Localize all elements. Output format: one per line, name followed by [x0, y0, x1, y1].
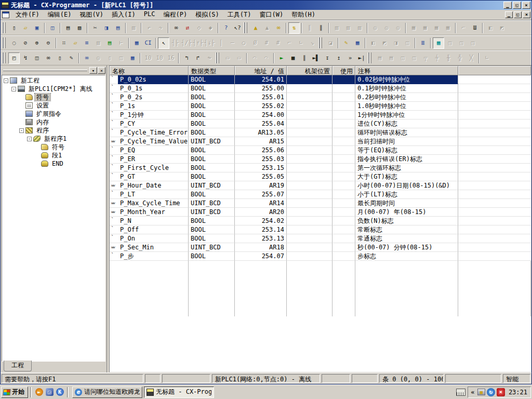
menu-file[interactable]: 文件(F)	[11, 9, 44, 20]
zoom-out-button[interactable]: ⊖	[43, 37, 54, 49]
new-button[interactable]: ▯	[8, 22, 20, 34]
column-header-0[interactable]: 名称	[110, 66, 189, 75]
tree-item-label[interactable]: 扩展指令	[35, 110, 63, 117]
table-row[interactable]: ˋP_First_CycleBOOL253.15第一次循环标志	[110, 164, 531, 172]
tree-item-label[interactable]: 符号	[35, 94, 50, 101]
security-alert-icon[interactable]: ×	[497, 388, 505, 396]
table-row[interactable]: ˋP_0_02sBOOL254.010.02秒时钟脉冲位	[110, 75, 531, 84]
toggle-project-window-button[interactable]: ◰	[8, 52, 20, 64]
minimize-button[interactable]: ▁	[503, 2, 512, 9]
zoom-region-button[interactable]: ⊘	[20, 37, 31, 49]
panel-menu-button[interactable]: ▾	[89, 67, 97, 74]
step-out-button[interactable]: ↥	[333, 52, 344, 64]
simulation-pause-button[interactable]: ∥	[299, 52, 310, 64]
media-player-icon[interactable]: ►	[34, 387, 44, 397]
toolbar-handle[interactable]	[320, 37, 322, 48]
tree-item-label[interactable]: 符号	[50, 143, 66, 151]
table-row[interactable]: ˋP_OnBOOL253.13常通标志	[110, 234, 531, 243]
toolbar-handle[interactable]	[369, 52, 371, 63]
watch-window-button[interactable]: ◫	[31, 52, 43, 64]
menu-edit[interactable]: 编辑(E)	[44, 9, 76, 20]
grid-toggle-button[interactable]: ∷	[58, 37, 70, 49]
tree-item[interactable]: 扩展指令	[2, 110, 105, 118]
go-back-address-button[interactable]: ↰	[181, 52, 192, 64]
toolbar-handle[interactable]	[245, 22, 247, 33]
table-row[interactable]: wwP_Sec_MinUINT_BCDAR18秒(00-07) 分钟(08-15…	[110, 243, 531, 252]
memory-view-button[interactable]: ▦	[127, 52, 138, 64]
menu-program[interactable]: 编程(P)	[159, 9, 191, 20]
step-to-next-button[interactable]: ►▌	[310, 52, 322, 64]
paste-button[interactable]: ▤	[112, 22, 124, 34]
select-tool-button[interactable]: ↖	[158, 37, 169, 49]
table-row[interactable]: ˋP_GTBOOL255.05大于(GT)标志	[110, 172, 531, 181]
panel-close-button[interactable]: ×	[98, 67, 105, 74]
menu-insert[interactable]: 插入(I)	[108, 9, 140, 20]
column-header-2[interactable]: 地址 / 值	[235, 66, 287, 75]
pause-button[interactable]: ∥	[315, 22, 327, 34]
chevron-icon[interactable]: «	[470, 388, 476, 396]
symbol-lookup-button[interactable]: ∞	[81, 52, 92, 64]
show-comment-button[interactable]: CI	[142, 37, 154, 49]
table-row[interactable]: wwP_Month_YearUINT_BCDAR20月(00-07) 年(08-…	[110, 208, 531, 217]
menu-plc[interactable]: PLC	[140, 9, 159, 20]
tree-item-label[interactable]: 新程序1	[43, 135, 68, 142]
keyboard-layout-icon[interactable]	[456, 389, 466, 396]
open-button[interactable]: ▱	[20, 22, 31, 34]
find-in-project-button[interactable]: ◫	[47, 22, 58, 34]
toolbar-handle[interactable]	[4, 22, 6, 33]
start-button[interactable]: 开始	[1, 387, 28, 398]
zoom-100-button[interactable]: ◌	[8, 37, 20, 49]
rung-comment-button[interactable]: ▱	[70, 37, 81, 49]
replace-button[interactable]: ⇄	[182, 22, 193, 34]
tree-item[interactable]: -程序	[2, 126, 105, 135]
tree-item-label[interactable]: 新PLC1[CPM2*] 离线	[27, 85, 94, 92]
tree-expander-icon[interactable]: -	[11, 87, 16, 91]
menu-window[interactable]: 窗口(W)	[256, 9, 288, 20]
simulation-stop-button[interactable]: ■	[287, 52, 299, 64]
table-row[interactable]: ˋP_OffBOOL253.14常断标志	[110, 225, 531, 234]
io-table-button[interactable]: ▦	[352, 37, 363, 49]
help-button[interactable]: ?	[220, 22, 232, 34]
table-row[interactable]: ˋP_EQBOOL255.06等于(EQ)标志	[110, 146, 531, 155]
zoom-in-button[interactable]: ⊕	[31, 37, 43, 49]
table-row[interactable]: ˋP_步BOOL254.07步标志	[110, 252, 531, 261]
cross-reference-button[interactable]: ≣	[417, 37, 429, 49]
time-chart-button[interactable]: Ш	[469, 22, 481, 34]
network-tool-icon[interactable]: ▦	[477, 389, 485, 395]
menu-tools[interactable]: 工具(T)	[223, 9, 256, 20]
tree-item[interactable]: -新工程	[2, 76, 105, 85]
tree-item[interactable]: 符号	[2, 93, 105, 101]
table-row[interactable]: ˋP_ERBOOL255.03指令执行错误(ER)标志	[110, 155, 531, 164]
menu-simulation[interactable]: 模拟(S)	[191, 9, 223, 20]
ladder-view-button[interactable]: ▤	[104, 37, 115, 49]
tree-expander-icon[interactable]: -	[19, 128, 24, 133]
context-help-button[interactable]: ↖?	[232, 22, 243, 34]
table-row[interactable]: ˋP_1sBOOL255.021.0秒时钟脉冲位	[110, 102, 531, 111]
task-cx-programmer-window[interactable]: 无标题 - CX-Program...	[144, 387, 214, 398]
restore-button[interactable]: ◱	[513, 2, 521, 9]
find-error-button[interactable]: ∞	[273, 22, 284, 34]
tree-item-label[interactable]: END	[50, 160, 65, 167]
table-row[interactable]: ˋP_LTBOOL255.07小于(LT)标志	[110, 190, 531, 199]
table-row[interactable]: wwP_Max_Cycle_TimeUINT_BCDAR14最长周期时间	[110, 199, 531, 208]
show-desktop-icon[interactable]: ◲	[44, 387, 55, 397]
sync-icon[interactable]: ↻	[487, 388, 495, 396]
table-row[interactable]: ˋP_0_1sBOOL255.000.1秒时钟脉冲位	[110, 84, 531, 93]
child-close-button[interactable]: ×	[523, 11, 530, 18]
menu-help[interactable]: 帮助(H)	[287, 9, 320, 20]
tree-item-label[interactable]: 设置	[35, 102, 50, 109]
output-window-button[interactable]: ↯	[20, 52, 31, 64]
go-forward-address-button[interactable]: ↱	[192, 52, 204, 64]
project-tab[interactable]: 工程	[4, 361, 32, 371]
continuous-step-button[interactable]: »	[344, 52, 356, 64]
table-row[interactable]: wwP_Cycle_Time_ValueUINT_BCDAR15当前扫描时间	[110, 137, 531, 146]
table-row[interactable]: ˋP_0_2sBOOL255.010.2秒时钟脉冲位	[110, 93, 531, 102]
find-report-window-button[interactable]: ∞	[43, 52, 54, 64]
online-work-button[interactable]: ⇅	[288, 22, 300, 34]
toolbar-handle[interactable]	[217, 52, 219, 63]
run-to-break-button[interactable]: ►|	[356, 52, 367, 64]
child-minimize-button[interactable]: ▁	[505, 11, 513, 18]
save-button[interactable]: ▣	[31, 22, 43, 34]
properties-button[interactable]: ✎	[65, 52, 77, 64]
tree-item[interactable]: END	[2, 159, 105, 168]
